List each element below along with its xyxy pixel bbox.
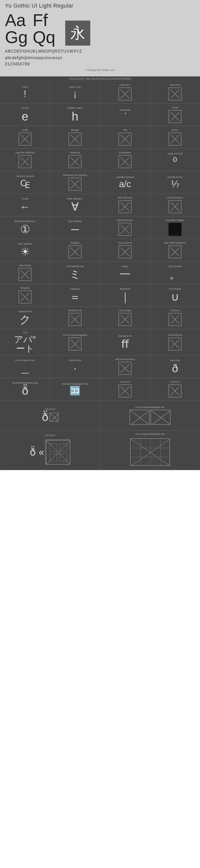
- placeholder-cjkcompatideo: [69, 338, 81, 350]
- cell-cjkexta: CJK Ext A: [150, 306, 200, 329]
- placeholder-suparrowsb: [119, 245, 131, 258]
- cell-smallforms: Small Forms ·: [50, 355, 100, 378]
- cell-cjksymbols: CJK Symbols 。: [150, 261, 200, 284]
- label-latinexta: Latin Ext A: [120, 84, 130, 87]
- char-katakanaext: ク: [19, 314, 31, 325]
- placeholder-dingbats: [69, 245, 81, 258]
- label-latinextadd: Latin Ext Additional: [15, 151, 35, 154]
- label-katakana: Katakana: [70, 288, 80, 290]
- kanji-char: 永: [70, 23, 85, 43]
- char-numforms: ⅐: [171, 180, 179, 189]
- char-grid-section: ASCII ! Latin 1 Sup ¡ Latin Ext A Latin …: [0, 81, 200, 470]
- label-cjkextc: CJK Ext C: [170, 381, 180, 383]
- label-bopomofo: Bopomofo: [120, 288, 130, 290]
- char-cjkcompatforms: ＿: [19, 363, 31, 374]
- cell-cjkcompatideosub: CJK Compat Ideographs Sub: [100, 400, 200, 431]
- placeholder-thai: [119, 132, 131, 146]
- label-kanasup: Kana Sup: [170, 359, 180, 362]
- char-enclalphasup: ð̈: [22, 385, 29, 396]
- label-latin1sup: Latin 1 Sup: [69, 86, 81, 89]
- placeholder-miscarrows: [18, 268, 32, 281]
- cell-blockelems: Block Elements: [100, 216, 150, 239]
- label-misctech: Misc Technical: [118, 196, 132, 199]
- cell-boxdraw: Box Drawing ─: [50, 216, 100, 239]
- cell-cjk: CJK アパ°ート: [0, 329, 50, 355]
- cell-cjkcompatideo: CJK Compat Ideographs: [50, 329, 100, 355]
- label-miscarrows: Misc Arrows: [19, 264, 31, 267]
- label-smallforms: Small Forms: [69, 359, 81, 362]
- cell-alphabeticff: Alphabetic FF ﬀ: [100, 329, 150, 355]
- placeholder-diacsymbols: [69, 178, 81, 191]
- label-cjkradsup: CJK Radicals Sup: [66, 265, 84, 268]
- credit: © Design by fontke.com: [5, 68, 195, 71]
- cell-diacsymbols: Diacriticals For Symbols: [50, 171, 100, 194]
- char-mathops: ∀: [71, 201, 79, 212]
- label-thai: Thai: [123, 129, 127, 131]
- placeholder-cjkcompat: [119, 313, 131, 326]
- placeholder-miscmathb: [168, 245, 182, 258]
- char-kangxi: 一: [120, 269, 130, 280]
- cell-mathops: Math Operators ∀: [50, 194, 100, 216]
- placeholder-bengali: [69, 132, 81, 146]
- char-letterlike: a/c: [119, 180, 131, 189]
- label-cjkextd-bottom: CJK Ext D: [45, 408, 55, 411]
- alphabet-upper: ABCDEFGHIJKLMNOPQRSTUVWXYZ: [5, 48, 195, 55]
- placeholder-halffulls: [119, 362, 131, 375]
- sample-chars: Aa Gg Ff Qq 永: [5, 11, 195, 45]
- cell-suparrowsb: Sup Arrows B: [100, 239, 150, 261]
- char-enclosedalpha: ①: [20, 224, 30, 235]
- svg-line-13: [130, 439, 170, 466]
- char-kanasup: ð: [172, 363, 178, 374]
- label-enclideosup: Enclosed Ideographic Sup: [62, 383, 88, 385]
- char-arrows: ←: [19, 201, 31, 212]
- label-greek: Greek: [172, 106, 178, 109]
- label-cjkcompatforms: CJK Compat Forms: [15, 359, 35, 362]
- cell-greekext: Greek Ext: [50, 149, 100, 171]
- label-cjkcompatideo: CJK Compat Ideographs: [63, 334, 87, 337]
- cell-miscmathb: Misc Math Symbols B: [150, 239, 200, 261]
- cell-punctuation: Punctuation: [100, 149, 150, 171]
- sample-aa: Aa: [5, 11, 28, 29]
- label-blockelems: Block Elements: [117, 219, 133, 222]
- cell-thai: Thai: [100, 126, 150, 149]
- sample-ff: Ff: [33, 11, 55, 29]
- char-alphabeticff: ﬀ: [121, 339, 129, 349]
- char-cjkextd-final: ð̈ «: [30, 447, 44, 457]
- label-mathops: Math Operators: [67, 197, 83, 200]
- placeholder-latinexta: [119, 88, 131, 100]
- char-smallforms: ·: [74, 363, 77, 374]
- char-supersub: ⁰: [173, 156, 177, 167]
- svg-line-0: [50, 413, 58, 422]
- label-halffulls: Half And Full Forms: [115, 358, 135, 361]
- label-greekext: Greek Ext: [70, 151, 80, 154]
- cell-controlpic: Control Pictures: [150, 194, 200, 216]
- char-cjkstrokes: ∪: [171, 291, 179, 303]
- cell-khmer: Khmer: [150, 126, 200, 149]
- label-cjk: CJK: [23, 331, 27, 334]
- char-modletters: h: [72, 111, 79, 123]
- label-diacriticals: Diacriticals: [120, 109, 130, 112]
- label-miscmathb: Misc Math Symbols B: [164, 242, 186, 244]
- cell-currency: Currency Symbols ₠: [0, 171, 50, 194]
- cell-diacriticals: Diacriticals ˊ: [100, 103, 150, 126]
- label-hiragana: Hiragana: [21, 287, 30, 289]
- char-ascii: !: [24, 89, 26, 98]
- cell-cjkcompatideosub-final: CJK Compat Ideographs Sub: [100, 431, 200, 470]
- placeholder-latinextadd: [18, 155, 32, 168]
- cell-cjkcompatforms: CJK Compat Forms ＿: [0, 355, 50, 378]
- char-grid-final: CJK Ext D ð̈ «: [0, 431, 200, 470]
- label-alphabeticff: Alphabetic FF: [118, 335, 132, 338]
- cell-enclideosup: Enclosed Ideographic Sup 🈁: [50, 378, 100, 400]
- label-suparrowsb: Sup Arrows B: [118, 242, 132, 244]
- cell-verticalforms: Vertical Forms: [150, 329, 200, 355]
- placeholder-hiragana: [18, 290, 32, 304]
- cell-geoshapes: Geometric Shapes: [150, 216, 200, 239]
- sample-aa-gg: Aa Gg: [5, 11, 28, 45]
- label-enclalphasup: Enclosed Alphanums Sup: [12, 382, 38, 384]
- char-cjksymbols: 。: [169, 269, 181, 280]
- label-cjkcompat: CJK Compat: [119, 309, 131, 312]
- char-currency: ₠: [20, 179, 30, 190]
- char-latin1sup: ¡: [74, 89, 77, 98]
- char-miscsym: ☀: [20, 246, 30, 257]
- label-enclosedalpha: Enclosed Alphanums: [14, 220, 36, 223]
